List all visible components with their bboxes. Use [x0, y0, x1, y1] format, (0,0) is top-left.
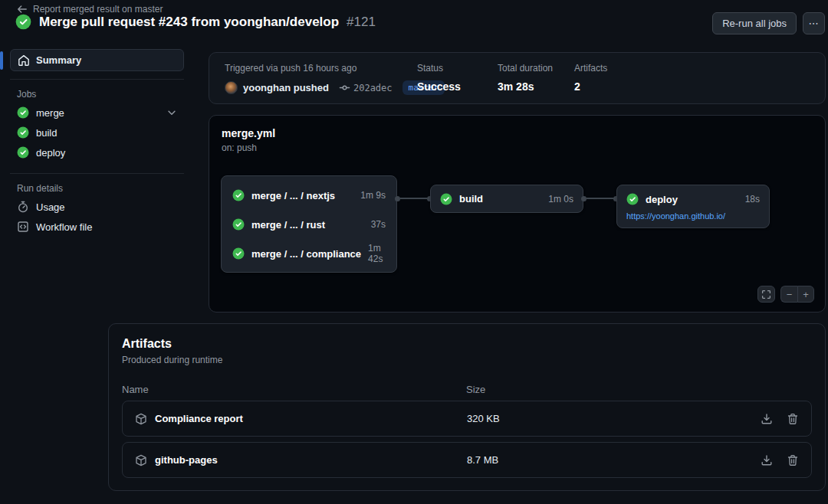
column-header-size: Size [466, 384, 812, 395]
package-icon [135, 413, 147, 425]
job-label: merge / ... / nextjs [251, 190, 353, 201]
check-circle-icon [232, 218, 245, 231]
package-icon [135, 454, 147, 466]
artifacts-subtitle: Produced during runtime [122, 355, 812, 365]
job-label: build [36, 127, 177, 139]
sidebar-item-label: Workflow file [36, 221, 177, 233]
download-button[interactable] [761, 454, 773, 466]
sidebar-item-usage[interactable]: Usage [10, 197, 184, 217]
graph-edge [581, 195, 619, 201]
sidebar-item-label: Usage [36, 201, 177, 213]
job-duration: 37s [371, 219, 386, 230]
duration-value: 3m 28s [498, 80, 553, 93]
commit-sha[interactable]: 202adec [353, 83, 393, 93]
job-duration: 1m 0s [548, 194, 573, 205]
status-label: Status [417, 63, 461, 74]
fullscreen-icon [761, 290, 771, 299]
workflow-trigger: on: push [222, 142, 275, 153]
zoom-in-button[interactable]: + [797, 286, 814, 303]
sidebar-job-merge[interactable]: merge [10, 103, 184, 123]
run-number: #121 [347, 15, 376, 30]
check-circle-icon [17, 126, 29, 139]
chevron-down-icon[interactable] [166, 107, 177, 118]
column-header-name: Name [122, 384, 466, 395]
job-label: build [459, 193, 541, 205]
fullscreen-button[interactable] [757, 286, 775, 303]
artifact-size: 320 KB [467, 413, 761, 424]
git-commit-icon [339, 82, 350, 93]
file-code-icon [17, 221, 29, 233]
workflow-run-page: Report merged result on master Merge pul… [0, 0, 828, 504]
graph-job-deploy[interactable]: deploy 18s https://yoonghan.github.io/ [616, 185, 770, 228]
zoom-out-button[interactable]: − [780, 286, 797, 303]
check-circle-icon [17, 146, 29, 159]
sidebar: Summary Jobs merge build deploy Run deta… [6, 49, 184, 237]
check-circle-icon [440, 193, 452, 205]
graph-job-merge-compliance[interactable]: merge / ... / compliance 1m 42s [222, 239, 396, 268]
job-label: deploy [646, 194, 738, 205]
more-options-button[interactable]: ⋯ [803, 12, 825, 34]
delete-button[interactable] [787, 454, 799, 466]
graph-job-merge-rust[interactable]: merge / ... / rust 37s [222, 210, 396, 239]
run-details-section-label: Run details [17, 183, 184, 194]
workflow-graph-panel: merge.yml on: push merge / ... / nextjs … [209, 115, 826, 313]
check-circle-icon [626, 193, 639, 205]
check-circle-icon [232, 189, 245, 201]
job-duration: 1m 9s [360, 190, 386, 201]
job-label: merge [36, 107, 159, 119]
divider [10, 79, 184, 80]
artifact-name[interactable]: Compliance report [155, 413, 243, 424]
merge-job-group: merge / ... / nextjs 1m 9s merge / ... /… [221, 175, 397, 273]
graph-edge [395, 195, 432, 201]
selected-item-accent [0, 51, 3, 70]
actor-name[interactable]: yoonghan pushed [243, 82, 329, 93]
trash-icon [787, 454, 799, 466]
workflow-file-name: merge.yml [222, 127, 275, 139]
job-label: merge / ... / rust [251, 219, 364, 231]
home-icon [18, 54, 30, 67]
divider [10, 173, 184, 174]
run-info-panel: Triggered via push 16 hours ago yoonghan… [209, 52, 826, 104]
check-circle-icon [17, 106, 29, 119]
artifacts-card: Artifacts Produced during runtime Name S… [108, 323, 826, 491]
job-duration: 18s [745, 194, 760, 205]
download-icon [761, 454, 773, 466]
arrow-left-icon [17, 4, 28, 15]
download-button[interactable] [761, 413, 773, 425]
artifact-size: 8.7 MB [467, 454, 761, 466]
artifacts-count-label: Artifacts [574, 63, 607, 74]
check-circle-icon [15, 14, 31, 30]
sidebar-job-build[interactable]: build [10, 123, 184, 142]
artifact-row: github-pages 8.7 MB [122, 442, 812, 478]
graph-job-build[interactable]: build 1m 0s [430, 185, 583, 213]
artifact-row: Compliance report 320 KB [122, 401, 812, 437]
check-circle-icon [232, 247, 245, 260]
jobs-section-label: Jobs [17, 89, 184, 100]
sidebar-job-deploy[interactable]: deploy [10, 142, 184, 162]
status-value: Success [417, 80, 461, 93]
page-title: Merge pull request #243 from yoonghan/de… [39, 15, 339, 30]
artifacts-count-value: 2 [574, 80, 607, 93]
job-label: deploy [36, 147, 177, 159]
duration-label: Total duration [498, 63, 553, 74]
sidebar-item-label: Summary [36, 54, 81, 66]
artifacts-title: Artifacts [122, 337, 812, 351]
rerun-all-jobs-button[interactable]: Re-run all jobs [712, 12, 797, 34]
back-link-label: Report merged result on master [33, 4, 163, 15]
sidebar-item-summary[interactable]: Summary [10, 49, 184, 71]
deploy-url-link[interactable]: https://yoonghan.github.io/ [626, 211, 760, 221]
artifact-name[interactable]: github-pages [155, 454, 218, 466]
job-label: merge / ... / compliance [251, 248, 361, 260]
job-duration: 1m 42s [368, 243, 386, 264]
sidebar-item-workflow-file[interactable]: Workflow file [10, 217, 184, 237]
delete-button[interactable] [787, 413, 799, 425]
trash-icon [787, 413, 799, 425]
back-link[interactable]: Report merged result on master [17, 4, 163, 15]
graph-job-merge-nextjs[interactable]: merge / ... / nextjs 1m 9s [222, 181, 396, 210]
download-icon [761, 413, 773, 425]
stopwatch-icon [17, 201, 29, 213]
avatar[interactable] [225, 81, 238, 94]
